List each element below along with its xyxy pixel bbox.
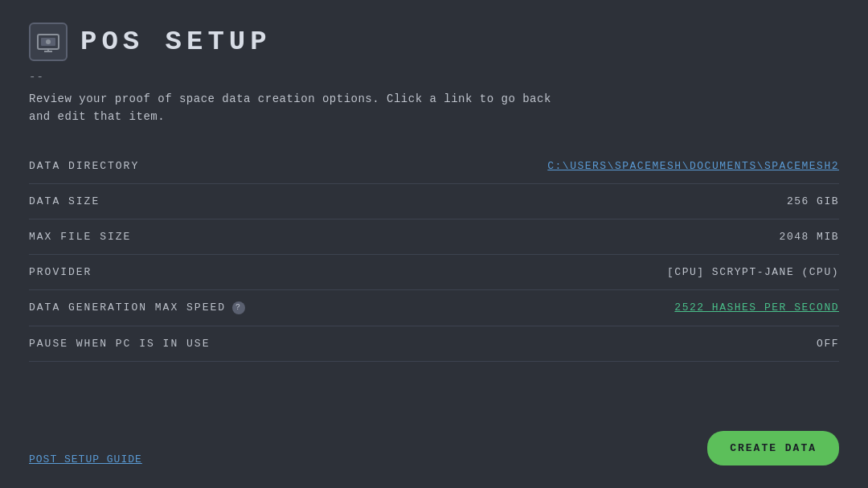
max-file-size-label: MAX FILE SIZE — [29, 231, 131, 243]
data-directory-label: DATA DIRECTORY — [29, 160, 139, 172]
footer: POST SETUP GUIDE CREATE DATA — [29, 415, 839, 465]
max-file-size-row: MAX FILE SIZE 2048 MIB — [29, 219, 839, 255]
data-generation-speed-value[interactable]: 2522 HASHES PER SECOND — [674, 301, 839, 314]
header: POS SETUP — [29, 23, 839, 61]
app-icon — [29, 23, 68, 61]
data-size-row: DATA SIZE 256 GIB — [29, 184, 839, 219]
provider-value: [CPU] SCRYPT-JANE (CPU) — [667, 266, 839, 278]
data-generation-speed-row: DATA GENERATION MAX SPEED ? 2522 HASHES … — [29, 290, 839, 326]
pause-when-pc-value: OFF — [817, 338, 839, 350]
data-rows: DATA DIRECTORY C:\USERS\SPACEMESH\DOCUME… — [29, 149, 839, 415]
description-text: Review your proof of space data creation… — [29, 90, 839, 126]
page-title: POS SETUP — [80, 27, 272, 57]
data-generation-speed-label: DATA GENERATION MAX SPEED ? — [29, 301, 245, 314]
data-size-value: 256 GIB — [787, 195, 839, 207]
data-directory-value[interactable]: C:\USERS\SPACEMESH\DOCUMENTS\SPACEMESH2 — [547, 160, 839, 172]
create-data-button[interactable]: CREATE DATA — [707, 431, 839, 465]
data-directory-row: DATA DIRECTORY C:\USERS\SPACEMESH\DOCUME… — [29, 149, 839, 184]
pause-when-pc-label: PAUSE WHEN PC IS IN USE — [29, 338, 210, 350]
post-setup-guide-link[interactable]: POST SETUP GUIDE — [29, 453, 142, 465]
max-file-size-value: 2048 MIB — [780, 231, 839, 243]
data-size-label: DATA SIZE — [29, 195, 100, 207]
pause-when-pc-row: PAUSE WHEN PC IS IN USE OFF — [29, 326, 839, 362]
help-icon[interactable]: ? — [232, 301, 245, 314]
provider-label: PROVIDER — [29, 266, 92, 278]
separator-text: -- — [29, 71, 839, 84]
main-container: POS SETUP -- Review your proof of space … — [0, 0, 868, 488]
svg-point-2 — [46, 39, 51, 44]
provider-row: PROVIDER [CPU] SCRYPT-JANE (CPU) — [29, 255, 839, 290]
